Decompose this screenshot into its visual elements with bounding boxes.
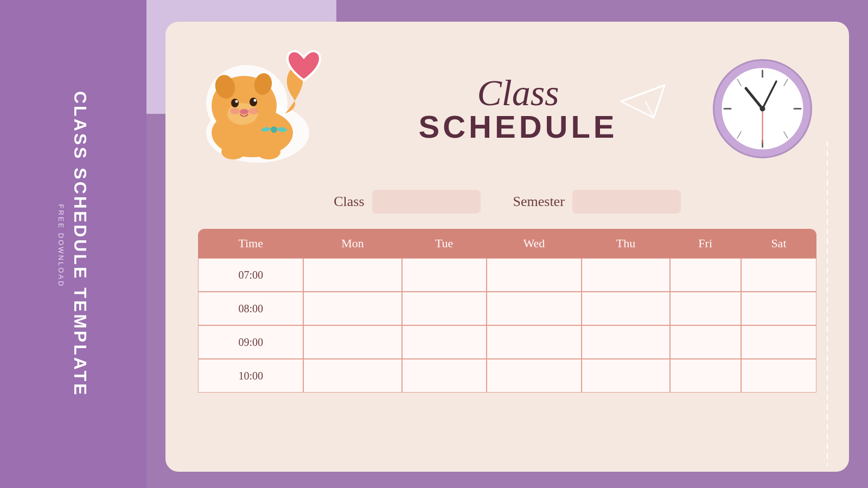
svg-point-10 [254, 99, 257, 102]
schedule-card: Class SCHEDULE [165, 22, 849, 472]
svg-point-13 [221, 144, 245, 159]
table-header-row: Time Mon Tue Wed Thu Fri Sat [198, 229, 816, 258]
schedule-table: Time Mon Tue Wed Thu Fri Sat 07:00 [198, 229, 816, 393]
time-0800: 08:00 [198, 292, 303, 325]
cell-mon-1000[interactable] [303, 359, 401, 393]
semester-label: Semester [513, 194, 565, 210]
cell-tue-0900[interactable] [402, 325, 487, 359]
title-area: Class SCHEDULE [328, 74, 708, 143]
col-mon: Mon [303, 229, 401, 258]
title-schedule: SCHEDULE [418, 111, 617, 143]
cell-fri-0800[interactable] [670, 292, 741, 325]
table-row: 07:00 [198, 258, 816, 292]
cell-wed-1000[interactable] [487, 359, 582, 393]
svg-point-14 [257, 144, 280, 159]
svg-point-12 [271, 126, 277, 133]
cell-sat-0900[interactable] [741, 325, 816, 359]
time-0900: 09:00 [198, 325, 303, 359]
cell-mon-0800[interactable] [303, 292, 401, 325]
card-header: Class SCHEDULE [198, 43, 816, 174]
class-label: Class [334, 194, 364, 210]
heart-decoration [285, 49, 323, 86]
sidebar-title: CLASS SCHEDULE TEMPLATE [71, 91, 90, 397]
dashed-line-decoration [819, 141, 835, 466]
cell-mon-0900[interactable] [303, 325, 401, 359]
cell-wed-0700[interactable] [487, 258, 582, 292]
table-row: 08:00 [198, 292, 816, 325]
cell-tue-1000[interactable] [402, 359, 487, 393]
col-time: Time [198, 229, 303, 258]
svg-point-11 [240, 109, 248, 114]
semester-field-group: Semester [513, 190, 681, 214]
svg-line-19 [621, 85, 665, 101]
col-wed: Wed [487, 229, 582, 258]
col-thu: Thu [582, 229, 669, 258]
col-sat: Sat [741, 229, 816, 258]
svg-point-9 [235, 100, 238, 103]
main-area: Class SCHEDULE [146, 0, 868, 488]
sidebar-content: FREE DOWNLOAD CLASS SCHEDULE TEMPLATE [57, 91, 90, 397]
cell-sat-0800[interactable] [741, 292, 816, 325]
sidebar-free-download: FREE DOWNLOAD [57, 204, 65, 287]
cell-mon-0700[interactable] [303, 258, 401, 292]
time-1000: 10:00 [198, 359, 303, 393]
cell-thu-0700[interactable] [582, 258, 669, 292]
svg-marker-17 [621, 85, 665, 118]
svg-point-15 [230, 108, 240, 114]
cell-fri-0900[interactable] [670, 325, 741, 359]
table-row: 10:00 [198, 359, 816, 393]
time-0700: 07:00 [198, 258, 303, 292]
col-tue: Tue [402, 229, 487, 258]
cell-fri-0700[interactable] [670, 258, 741, 292]
paper-plane-decoration [616, 80, 675, 125]
cell-tue-0800[interactable] [402, 292, 487, 325]
cell-thu-1000[interactable] [582, 359, 669, 393]
svg-point-8 [250, 98, 257, 106]
sidebar: FREE DOWNLOAD CLASS SCHEDULE TEMPLATE [0, 0, 146, 488]
cell-tue-0700[interactable] [402, 258, 487, 292]
cell-sat-0700[interactable] [741, 258, 816, 292]
svg-point-7 [231, 99, 239, 107]
cell-thu-0800[interactable] [582, 292, 669, 325]
cell-thu-0900[interactable] [582, 325, 669, 359]
class-input[interactable] [372, 190, 481, 214]
col-fri: Fri [670, 229, 741, 258]
fields-row: Class Semester [198, 190, 816, 214]
cell-fri-1000[interactable] [670, 359, 741, 393]
svg-point-16 [248, 108, 258, 114]
dog-illustration-area [198, 43, 328, 174]
cell-sat-1000[interactable] [741, 359, 816, 393]
clock-decoration [708, 54, 816, 163]
class-field-group: Class [334, 190, 480, 214]
cell-wed-0800[interactable] [487, 292, 582, 325]
svg-point-33 [760, 106, 765, 111]
title-class: Class [477, 74, 559, 111]
semester-input[interactable] [572, 190, 681, 214]
cell-wed-0900[interactable] [487, 325, 582, 359]
table-row: 09:00 [198, 325, 816, 359]
